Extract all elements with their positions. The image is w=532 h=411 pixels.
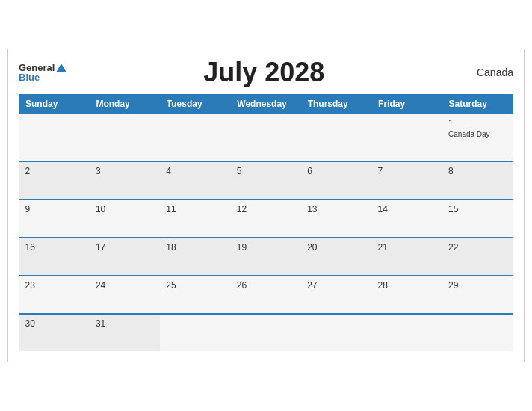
calendar-cell: 27 xyxy=(301,276,371,314)
day-number: 28 xyxy=(378,280,436,291)
calendar-cell: 5 xyxy=(231,161,301,200)
calendar-cell xyxy=(442,314,513,351)
calendar-cell: 9 xyxy=(19,200,90,238)
logo-blue-text: Blue xyxy=(19,72,66,82)
calendar-cell: 31 xyxy=(90,314,160,351)
day-number: 30 xyxy=(25,318,84,329)
logo-general-text: General xyxy=(19,63,66,73)
calendar-cell: 2 xyxy=(19,161,90,200)
week-row-5: 3031 xyxy=(19,314,513,351)
calendar-cell: 15 xyxy=(442,200,513,238)
day-number: 10 xyxy=(96,204,154,214)
calendar-cell: 20 xyxy=(301,238,371,276)
day-number: 14 xyxy=(378,204,436,214)
day-number: 17 xyxy=(96,242,154,253)
days-header-row: SundayMondayTuesdayWednesdayThursdayFrid… xyxy=(19,95,513,114)
calendar-cell: 25 xyxy=(160,276,230,314)
day-header-thursday: Thursday xyxy=(301,95,371,114)
calendar-cell: 3 xyxy=(90,161,160,200)
calendar-cell xyxy=(19,114,90,161)
calendar-cell xyxy=(372,314,442,351)
day-number: 7 xyxy=(378,166,436,176)
day-number: 1 xyxy=(448,118,507,129)
day-header-wednesday: Wednesday xyxy=(231,95,301,114)
week-row-0: 1Canada Day xyxy=(19,114,513,161)
calendar-cell: 8 xyxy=(442,161,513,200)
day-number: 21 xyxy=(378,242,436,253)
calendar-cell: 12 xyxy=(231,200,301,238)
calendar-cell xyxy=(160,114,230,161)
calendar-cell xyxy=(372,114,442,161)
day-number: 27 xyxy=(307,280,365,291)
day-number: 24 xyxy=(96,280,154,291)
calendar-cell: 26 xyxy=(231,276,301,314)
holiday-label: Canada Day xyxy=(448,130,507,138)
day-number: 9 xyxy=(25,204,84,214)
calendar-cell xyxy=(301,114,371,161)
day-number: 20 xyxy=(307,242,365,253)
day-number: 6 xyxy=(307,166,365,176)
day-number: 4 xyxy=(166,166,224,176)
day-number: 19 xyxy=(237,242,295,253)
calendar-cell xyxy=(231,114,301,161)
day-header-friday: Friday xyxy=(372,95,442,114)
calendar-cell: 22 xyxy=(442,238,513,276)
week-row-4: 23242526272829 xyxy=(19,276,513,314)
calendar-cell: 16 xyxy=(19,238,90,276)
day-number: 8 xyxy=(448,166,507,176)
day-number: 3 xyxy=(96,166,154,176)
week-row-3: 16171819202122 xyxy=(19,238,513,276)
calendar-cell: 4 xyxy=(160,161,230,200)
day-header-tuesday: Tuesday xyxy=(160,95,230,114)
day-header-sunday: Sunday xyxy=(19,95,90,114)
calendar-cell: 21 xyxy=(372,238,442,276)
day-number: 13 xyxy=(307,204,365,214)
calendar-cell: 18 xyxy=(160,238,230,276)
day-number: 16 xyxy=(25,242,84,253)
calendar-cell: 11 xyxy=(160,200,230,238)
calendar-cell: 10 xyxy=(90,200,160,238)
day-number: 31 xyxy=(96,318,154,329)
day-header-saturday: Saturday xyxy=(442,95,513,114)
day-number: 2 xyxy=(25,166,84,176)
calendar-title: July 2028 xyxy=(66,57,461,88)
day-number: 11 xyxy=(166,204,224,214)
day-number: 15 xyxy=(448,204,507,214)
calendar-cell: 17 xyxy=(90,238,160,276)
day-number: 26 xyxy=(237,280,295,291)
logo: General Blue xyxy=(19,63,66,83)
calendar-cell xyxy=(301,314,371,351)
day-number: 29 xyxy=(448,280,507,291)
calendar-cell: 14 xyxy=(372,200,442,238)
day-number: 18 xyxy=(166,242,224,253)
calendar-table: SundayMondayTuesdayWednesdayThursdayFrid… xyxy=(19,94,513,351)
calendar-cell: 13 xyxy=(301,200,371,238)
week-row-1: 2345678 xyxy=(19,161,513,200)
calendar-cell: 6 xyxy=(301,161,371,200)
day-number: 25 xyxy=(166,280,224,291)
calendar-cell xyxy=(90,114,160,161)
week-row-2: 9101112131415 xyxy=(19,200,513,238)
country-label: Canada xyxy=(461,67,513,78)
calendar-cell: 30 xyxy=(19,314,90,351)
day-header-monday: Monday xyxy=(90,95,160,114)
calendar-cell: 24 xyxy=(90,276,160,314)
calendar-cell: 7 xyxy=(372,161,442,200)
calendar-cell: 23 xyxy=(19,276,90,314)
calendar-header: General Blue July 2028 Canada xyxy=(19,57,513,88)
day-number: 5 xyxy=(237,166,295,176)
calendar-cell: 29 xyxy=(442,276,513,314)
calendar-cell: 28 xyxy=(372,276,442,314)
day-number: 12 xyxy=(237,204,295,214)
logo-triangle-icon xyxy=(56,64,66,72)
calendar-cell: 19 xyxy=(231,238,301,276)
calendar-cell: 1Canada Day xyxy=(442,114,513,161)
calendar-cell xyxy=(231,314,301,351)
day-number: 22 xyxy=(448,242,507,253)
calendar-container: General Blue July 2028 Canada SundayMond… xyxy=(7,49,525,362)
calendar-cell xyxy=(160,314,230,351)
day-number: 23 xyxy=(25,280,84,291)
